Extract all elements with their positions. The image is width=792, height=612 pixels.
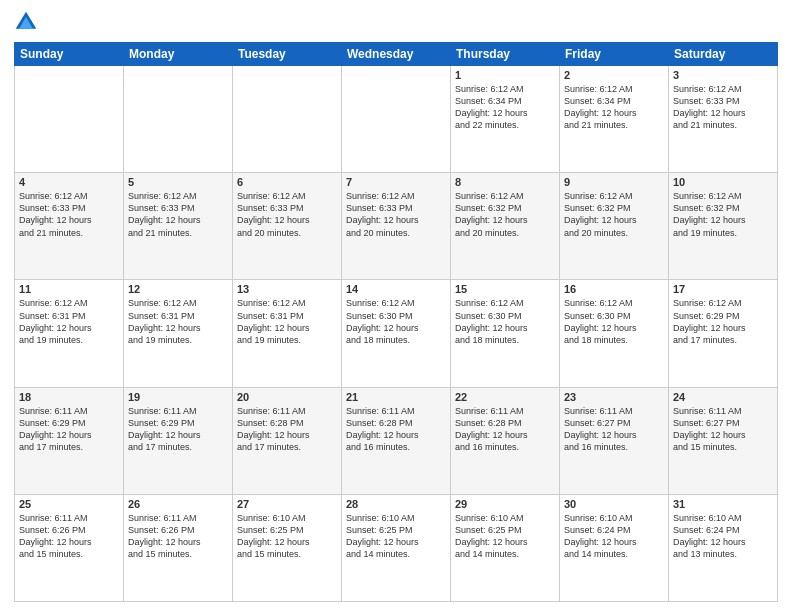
day-number: 31 <box>673 498 773 510</box>
day-info: Sunrise: 6:11 AM Sunset: 6:28 PM Dayligh… <box>455 405 555 454</box>
day-number: 25 <box>19 498 119 510</box>
calendar-cell: 31Sunrise: 6:10 AM Sunset: 6:24 PM Dayli… <box>669 494 778 601</box>
day-number: 18 <box>19 391 119 403</box>
calendar-cell <box>124 66 233 173</box>
day-info: Sunrise: 6:12 AM Sunset: 6:31 PM Dayligh… <box>19 297 119 346</box>
calendar-cell: 17Sunrise: 6:12 AM Sunset: 6:29 PM Dayli… <box>669 280 778 387</box>
day-number: 30 <box>564 498 664 510</box>
calendar-week-4: 18Sunrise: 6:11 AM Sunset: 6:29 PM Dayli… <box>15 387 778 494</box>
calendar-cell <box>15 66 124 173</box>
calendar-cell: 21Sunrise: 6:11 AM Sunset: 6:28 PM Dayli… <box>342 387 451 494</box>
calendar-cell: 29Sunrise: 6:10 AM Sunset: 6:25 PM Dayli… <box>451 494 560 601</box>
day-number: 11 <box>19 283 119 295</box>
day-number: 2 <box>564 69 664 81</box>
calendar-cell: 27Sunrise: 6:10 AM Sunset: 6:25 PM Dayli… <box>233 494 342 601</box>
day-info: Sunrise: 6:10 AM Sunset: 6:25 PM Dayligh… <box>346 512 446 561</box>
calendar-cell: 13Sunrise: 6:12 AM Sunset: 6:31 PM Dayli… <box>233 280 342 387</box>
day-number: 4 <box>19 176 119 188</box>
calendar-week-2: 4Sunrise: 6:12 AM Sunset: 6:33 PM Daylig… <box>15 173 778 280</box>
day-info: Sunrise: 6:12 AM Sunset: 6:30 PM Dayligh… <box>564 297 664 346</box>
calendar-cell <box>342 66 451 173</box>
day-number: 10 <box>673 176 773 188</box>
day-info: Sunrise: 6:12 AM Sunset: 6:30 PM Dayligh… <box>346 297 446 346</box>
calendar-cell: 28Sunrise: 6:10 AM Sunset: 6:25 PM Dayli… <box>342 494 451 601</box>
calendar-cell: 22Sunrise: 6:11 AM Sunset: 6:28 PM Dayli… <box>451 387 560 494</box>
calendar-cell: 20Sunrise: 6:11 AM Sunset: 6:28 PM Dayli… <box>233 387 342 494</box>
day-number: 22 <box>455 391 555 403</box>
day-header-sunday: Sunday <box>15 43 124 66</box>
day-header-wednesday: Wednesday <box>342 43 451 66</box>
day-info: Sunrise: 6:11 AM Sunset: 6:27 PM Dayligh… <box>564 405 664 454</box>
calendar-cell: 7Sunrise: 6:12 AM Sunset: 6:33 PM Daylig… <box>342 173 451 280</box>
calendar-cell: 5Sunrise: 6:12 AM Sunset: 6:33 PM Daylig… <box>124 173 233 280</box>
day-info: Sunrise: 6:12 AM Sunset: 6:33 PM Dayligh… <box>237 190 337 239</box>
calendar-cell: 1Sunrise: 6:12 AM Sunset: 6:34 PM Daylig… <box>451 66 560 173</box>
day-info: Sunrise: 6:12 AM Sunset: 6:33 PM Dayligh… <box>19 190 119 239</box>
day-number: 9 <box>564 176 664 188</box>
day-number: 5 <box>128 176 228 188</box>
day-number: 16 <box>564 283 664 295</box>
calendar-cell: 15Sunrise: 6:12 AM Sunset: 6:30 PM Dayli… <box>451 280 560 387</box>
day-info: Sunrise: 6:10 AM Sunset: 6:24 PM Dayligh… <box>673 512 773 561</box>
day-number: 27 <box>237 498 337 510</box>
day-number: 17 <box>673 283 773 295</box>
day-number: 13 <box>237 283 337 295</box>
calendar-cell: 8Sunrise: 6:12 AM Sunset: 6:32 PM Daylig… <box>451 173 560 280</box>
calendar-cell: 2Sunrise: 6:12 AM Sunset: 6:34 PM Daylig… <box>560 66 669 173</box>
calendar-week-3: 11Sunrise: 6:12 AM Sunset: 6:31 PM Dayli… <box>15 280 778 387</box>
day-number: 23 <box>564 391 664 403</box>
logo <box>14 10 42 34</box>
day-number: 24 <box>673 391 773 403</box>
day-number: 12 <box>128 283 228 295</box>
day-info: Sunrise: 6:11 AM Sunset: 6:29 PM Dayligh… <box>19 405 119 454</box>
day-info: Sunrise: 6:12 AM Sunset: 6:31 PM Dayligh… <box>237 297 337 346</box>
day-header-monday: Monday <box>124 43 233 66</box>
day-number: 8 <box>455 176 555 188</box>
day-number: 19 <box>128 391 228 403</box>
day-info: Sunrise: 6:12 AM Sunset: 6:34 PM Dayligh… <box>564 83 664 132</box>
day-info: Sunrise: 6:11 AM Sunset: 6:28 PM Dayligh… <box>237 405 337 454</box>
calendar-cell: 23Sunrise: 6:11 AM Sunset: 6:27 PM Dayli… <box>560 387 669 494</box>
day-info: Sunrise: 6:12 AM Sunset: 6:33 PM Dayligh… <box>346 190 446 239</box>
day-info: Sunrise: 6:11 AM Sunset: 6:26 PM Dayligh… <box>19 512 119 561</box>
day-info: Sunrise: 6:12 AM Sunset: 6:30 PM Dayligh… <box>455 297 555 346</box>
calendar-cell: 26Sunrise: 6:11 AM Sunset: 6:26 PM Dayli… <box>124 494 233 601</box>
day-info: Sunrise: 6:10 AM Sunset: 6:24 PM Dayligh… <box>564 512 664 561</box>
calendar-cell: 9Sunrise: 6:12 AM Sunset: 6:32 PM Daylig… <box>560 173 669 280</box>
day-number: 26 <box>128 498 228 510</box>
day-number: 14 <box>346 283 446 295</box>
calendar-cell <box>233 66 342 173</box>
day-number: 21 <box>346 391 446 403</box>
calendar-cell: 30Sunrise: 6:10 AM Sunset: 6:24 PM Dayli… <box>560 494 669 601</box>
day-info: Sunrise: 6:12 AM Sunset: 6:32 PM Dayligh… <box>455 190 555 239</box>
day-header-saturday: Saturday <box>669 43 778 66</box>
day-number: 15 <box>455 283 555 295</box>
day-info: Sunrise: 6:12 AM Sunset: 6:31 PM Dayligh… <box>128 297 228 346</box>
day-info: Sunrise: 6:11 AM Sunset: 6:29 PM Dayligh… <box>128 405 228 454</box>
day-header-tuesday: Tuesday <box>233 43 342 66</box>
calendar-cell: 19Sunrise: 6:11 AM Sunset: 6:29 PM Dayli… <box>124 387 233 494</box>
header <box>14 10 778 34</box>
day-info: Sunrise: 6:11 AM Sunset: 6:26 PM Dayligh… <box>128 512 228 561</box>
day-header-thursday: Thursday <box>451 43 560 66</box>
calendar-cell: 11Sunrise: 6:12 AM Sunset: 6:31 PM Dayli… <box>15 280 124 387</box>
calendar-week-5: 25Sunrise: 6:11 AM Sunset: 6:26 PM Dayli… <box>15 494 778 601</box>
logo-icon <box>14 10 38 34</box>
page: SundayMondayTuesdayWednesdayThursdayFrid… <box>0 0 792 612</box>
day-info: Sunrise: 6:11 AM Sunset: 6:28 PM Dayligh… <box>346 405 446 454</box>
day-info: Sunrise: 6:12 AM Sunset: 6:32 PM Dayligh… <box>673 190 773 239</box>
calendar-cell: 25Sunrise: 6:11 AM Sunset: 6:26 PM Dayli… <box>15 494 124 601</box>
calendar-cell: 6Sunrise: 6:12 AM Sunset: 6:33 PM Daylig… <box>233 173 342 280</box>
calendar-cell: 3Sunrise: 6:12 AM Sunset: 6:33 PM Daylig… <box>669 66 778 173</box>
calendar-cell: 4Sunrise: 6:12 AM Sunset: 6:33 PM Daylig… <box>15 173 124 280</box>
day-number: 7 <box>346 176 446 188</box>
day-info: Sunrise: 6:10 AM Sunset: 6:25 PM Dayligh… <box>455 512 555 561</box>
calendar-week-1: 1Sunrise: 6:12 AM Sunset: 6:34 PM Daylig… <box>15 66 778 173</box>
calendar-cell: 14Sunrise: 6:12 AM Sunset: 6:30 PM Dayli… <box>342 280 451 387</box>
day-info: Sunrise: 6:12 AM Sunset: 6:32 PM Dayligh… <box>564 190 664 239</box>
day-info: Sunrise: 6:12 AM Sunset: 6:33 PM Dayligh… <box>673 83 773 132</box>
calendar-cell: 16Sunrise: 6:12 AM Sunset: 6:30 PM Dayli… <box>560 280 669 387</box>
calendar-cell: 12Sunrise: 6:12 AM Sunset: 6:31 PM Dayli… <box>124 280 233 387</box>
calendar-header-row: SundayMondayTuesdayWednesdayThursdayFrid… <box>15 43 778 66</box>
day-number: 1 <box>455 69 555 81</box>
